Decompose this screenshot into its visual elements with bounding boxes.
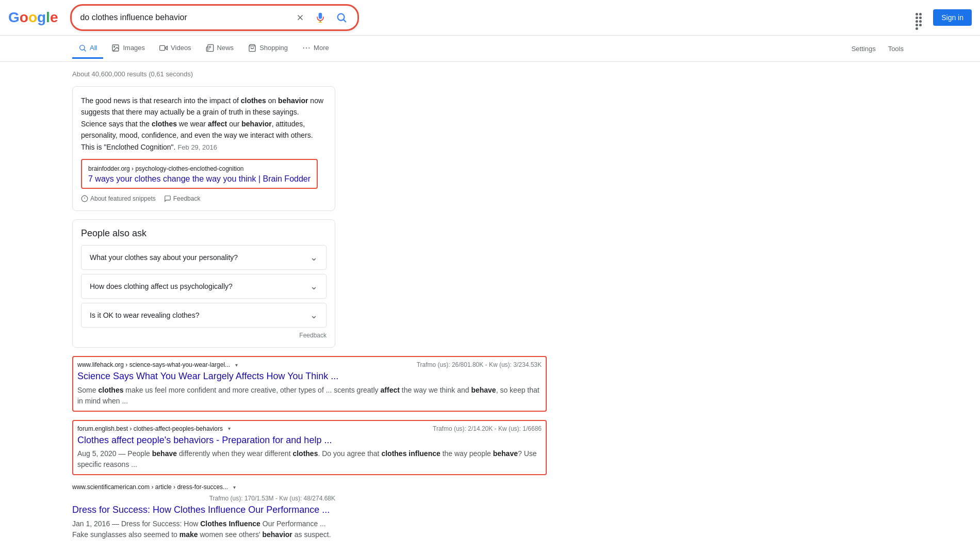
tools-link[interactable]: Tools bbox=[884, 40, 908, 58]
url-dropdown-icon[interactable]: ▾ bbox=[235, 362, 238, 368]
mic-button[interactable] bbox=[313, 10, 328, 25]
snippet-source-title[interactable]: 7 ways your clothes change the way you t… bbox=[88, 174, 311, 184]
snippet-text: The good news is that research into the … bbox=[81, 95, 326, 153]
tab-more[interactable]: ⋯ More bbox=[296, 38, 335, 59]
apps-icon[interactable] bbox=[916, 13, 925, 22]
settings-tools: Settings Tools bbox=[847, 40, 908, 58]
svg-marker-10 bbox=[165, 46, 168, 50]
snippet-source-url: brainfodder.org › psychology-clothes-enc… bbox=[88, 165, 244, 172]
tab-images[interactable]: Images bbox=[105, 39, 151, 59]
paa-item-1[interactable]: What your clothes say about your persona… bbox=[81, 245, 326, 270]
svg-rect-11 bbox=[160, 45, 165, 50]
paa-item-3[interactable]: Is it OK to wear revealing clothes? ⌄ bbox=[81, 303, 326, 328]
result-snippet-1: Some clothes make us feel more confident… bbox=[77, 385, 542, 407]
result-url-2: forum.english.best › clothes-affect-peop… bbox=[77, 425, 223, 432]
chevron-down-icon: ⌄ bbox=[310, 252, 318, 263]
result-title-3[interactable]: Dress for Success: How Clothes Influence… bbox=[72, 504, 335, 516]
paa-title: People also ask bbox=[81, 228, 326, 239]
result-title-2[interactable]: Clothes affect people's behaviors - Prep… bbox=[77, 434, 542, 446]
snippet-footer: About featured snippets Feedback bbox=[81, 195, 326, 202]
sign-in-button[interactable]: Sign in bbox=[933, 9, 972, 26]
result-url-3: www.scientificamerican.com › article › d… bbox=[72, 483, 228, 491]
search-button[interactable] bbox=[334, 10, 349, 25]
result-snippet-2: Aug 5, 2020 — People behave differently … bbox=[77, 448, 542, 470]
main-content: About 40,600,000 results (0,61 seconds) … bbox=[0, 62, 619, 551]
featured-snippet: The good news is that research into the … bbox=[72, 86, 335, 211]
header: Google bbox=[0, 0, 980, 36]
search-result-1: www.lifehack.org › science-says-what-you… bbox=[72, 356, 547, 411]
result-trafmo-1: Trafmo (us): 26/801.80K - Kw (us): 3/234… bbox=[417, 361, 542, 368]
paa-feedback[interactable]: Feedback bbox=[81, 332, 326, 339]
url-dropdown-icon-3[interactable]: ▾ bbox=[233, 484, 236, 490]
people-also-ask: People also ask What your clothes say ab… bbox=[72, 219, 335, 348]
settings-link[interactable]: Settings bbox=[847, 40, 880, 58]
svg-point-9 bbox=[114, 46, 115, 47]
result-url-1: www.lifehack.org › science-says-what-you… bbox=[77, 361, 230, 368]
snippet-source[interactable]: brainfodder.org › psychology-clothes-enc… bbox=[81, 159, 318, 189]
results-count: About 40,600,000 results (0,61 seconds) bbox=[72, 70, 547, 78]
snippet-feedback-link[interactable]: Feedback bbox=[164, 195, 201, 202]
result-snippet-3: Jan 1, 2016 — Dress for Success: How Clo… bbox=[72, 518, 335, 540]
search-input[interactable] bbox=[80, 13, 293, 22]
result-url-row-1: www.lifehack.org › science-says-what-you… bbox=[77, 361, 542, 368]
search-result-2: forum.english.best › clothes-affect-peop… bbox=[72, 420, 547, 475]
result-url-row-2: forum.english.best › clothes-affect-peop… bbox=[77, 425, 542, 432]
nav-tabs: All Images Videos News Shopping ⋯ More S… bbox=[0, 36, 980, 62]
search-result-3: www.scientificamerican.com › article › d… bbox=[72, 483, 335, 540]
tab-all[interactable]: All bbox=[72, 39, 103, 59]
result-trafmo-3: Trafmo (us): 170/1.53M - Kw (us): 48/274… bbox=[209, 495, 335, 502]
header-right: Sign in bbox=[916, 9, 972, 26]
search-icons bbox=[293, 10, 349, 25]
paa-item-2[interactable]: How does clothing affect us psychologica… bbox=[81, 274, 326, 299]
snippet-date: Feb 29, 2016 bbox=[177, 143, 217, 151]
clear-button[interactable] bbox=[293, 11, 307, 24]
result-url-row-3: www.scientificamerican.com › article › d… bbox=[72, 483, 335, 502]
result-title-1[interactable]: Science Says What You Wear Largely Affec… bbox=[77, 370, 542, 382]
result-trafmo-2: Trafmo (us): 2/14.20K - Kw (us): 1/6686 bbox=[433, 425, 542, 432]
chevron-down-icon: ⌄ bbox=[310, 310, 318, 321]
search-bar bbox=[70, 4, 359, 31]
google-logo[interactable]: Google bbox=[8, 9, 58, 26]
tab-videos[interactable]: Videos bbox=[153, 39, 198, 59]
chevron-down-icon: ⌄ bbox=[310, 281, 318, 292]
tab-news[interactable]: News bbox=[200, 39, 240, 59]
about-snippets-link[interactable]: About featured snippets bbox=[81, 195, 156, 202]
svg-line-5 bbox=[344, 20, 346, 22]
svg-line-7 bbox=[84, 50, 86, 51]
url-dropdown-icon-2[interactable]: ▾ bbox=[228, 426, 231, 431]
tab-shopping[interactable]: Shopping bbox=[242, 39, 294, 59]
